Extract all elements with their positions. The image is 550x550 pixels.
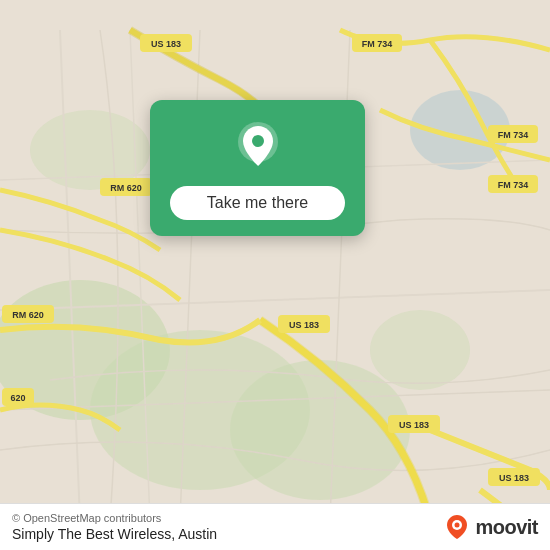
svg-text:RM 620: RM 620 [12,310,44,320]
svg-text:US 183: US 183 [499,473,529,483]
location-card: Take me there [150,100,365,236]
location-pin-icon [231,120,285,174]
svg-point-35 [252,135,264,147]
svg-text:FM 734: FM 734 [362,39,393,49]
svg-text:FM 734: FM 734 [498,180,529,190]
moovit-logo: moovit [443,513,538,541]
svg-text:RM 620: RM 620 [110,183,142,193]
svg-line-7 [60,30,80,520]
svg-text:US 183: US 183 [399,420,429,430]
svg-text:US 183: US 183 [151,39,181,49]
svg-text:FM 734: FM 734 [498,130,529,140]
map-attribution: © OpenStreetMap contributors [12,512,217,524]
bottom-bar: © OpenStreetMap contributors Simply The … [0,503,550,550]
svg-text:620: 620 [10,393,25,403]
map-container: US 183 FM 734 FM 734 FM 734 RM 620 RM 62… [0,0,550,550]
moovit-brand-text: moovit [475,516,538,539]
svg-point-37 [455,523,460,528]
map-roads: US 183 FM 734 FM 734 FM 734 RM 620 RM 62… [0,0,550,550]
take-me-there-button[interactable]: Take me there [170,186,345,220]
svg-point-5 [370,310,470,390]
bottom-left: © OpenStreetMap contributors Simply The … [12,512,217,542]
moovit-pin-icon [443,513,471,541]
place-name: Simply The Best Wireless, Austin [12,526,217,542]
svg-text:US 183: US 183 [289,320,319,330]
